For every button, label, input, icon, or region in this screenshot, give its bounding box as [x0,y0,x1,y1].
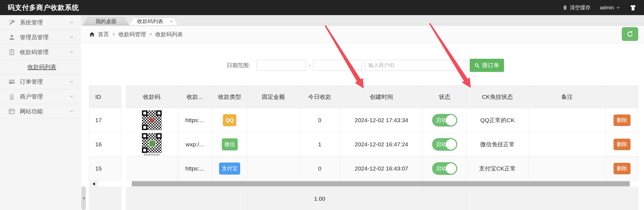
cell-created: 2024-12-02 16:43:07 [340,156,423,181]
summary-fixed-amount [248,187,299,210]
status-toggle[interactable]: 启动 [432,138,457,151]
sidebar-collapse-handle[interactable] [81,186,86,210]
merchant-id-input[interactable] [365,60,466,71]
frozen-column-gap [121,108,126,132]
column-header-status[interactable]: 状态 [423,85,467,108]
breadcrumb-qrcode-list: 收款码列表 [155,31,183,38]
clear-cache-button[interactable]: 清空缓存 [562,4,590,11]
column-header-fixed-amount[interactable]: 固定金额 [248,85,299,108]
sidebar-item-website[interactable]: 网站功能 [0,104,81,119]
chevron-down-icon [69,35,74,40]
column-header-remark[interactable]: 备注 [528,85,606,108]
column-header-url[interactable]: 收款... [178,85,212,108]
cell-id: 16 [89,132,121,156]
cell-actions: 删除 [606,108,638,132]
delete-button[interactable]: 删除 [614,114,631,126]
cell-ck-status: 支付宝CK正常 [467,156,528,181]
column-header-id[interactable]: ID [89,85,121,108]
search-order-button[interactable]: 搜订单 [470,59,504,72]
clear-cache-label: 清空缓存 [570,4,590,11]
summary-ck-status [467,187,528,210]
frozen-column-gap [121,85,126,108]
frozen-column-gap [121,187,126,210]
column-header-type[interactable]: 收款类型 [212,85,248,108]
frozen-column-gap [121,132,126,156]
home-icon [89,32,95,37]
toggle-knob [446,139,456,150]
qr-code-image[interactable] [142,133,162,153]
type-badge-wechat: 微信 [222,138,238,150]
tools-icon [8,19,15,26]
refresh-icon [626,30,634,38]
sidebar-item-label: 商户管理 [20,93,43,100]
toggle-label: 启动 [436,162,447,175]
cell-url: wxp:/... [178,132,212,156]
refresh-button[interactable] [622,27,638,41]
toggle-label: 启动 [436,114,447,127]
sidebar-item-orders[interactable]: 订单管理 [0,74,81,89]
summary-created [340,187,423,210]
tab-my-desktop[interactable]: 我的桌面 [83,17,129,26]
credit-card-icon [8,78,15,85]
cell-status: 启动 [423,156,467,181]
chevron-left-icon [82,197,85,200]
column-header-created[interactable]: 创建时间 [340,85,423,108]
user-icon [8,34,15,41]
frozen-column-gap [121,156,126,181]
cell-fixed-amount [248,108,299,132]
sidebar-item-label: 收款码管理 [20,48,49,56]
payment-admin-app: 码支付多商户收款系统 清空缓存 admin [0,0,644,210]
qr-code-image[interactable] [142,110,162,130]
chevron-down-icon [69,94,74,99]
date-end-input[interactable] [313,60,362,71]
sidebar-item-label: 系统管理 [20,19,43,26]
sidebar-menu: 系统管理 管理员管理 [0,15,81,119]
sidebar-item-merchants[interactable]: 商户管理 [0,89,81,104]
chevron-down-icon [69,79,74,84]
sidebar-item-system[interactable]: 系统管理 [0,15,81,30]
sidebar-item-qrcode-list[interactable]: 收款码列表 [0,60,81,74]
type-badge-qq: QQ [223,114,237,126]
breadcrumb-qrcode-manage[interactable]: 收款码管理 [119,31,146,38]
breadcrumb-home[interactable]: 首页 [98,31,109,38]
cell-created: 2024-12-02 16:47:24 [340,132,423,156]
cell-url: https:... [178,108,212,132]
column-header-ck-status[interactable]: CK免挂状态 [467,85,528,108]
user-menu[interactable]: admin [600,5,620,11]
date-start-input[interactable] [257,60,306,71]
column-header-qrcode[interactable]: 收款码 [126,85,178,108]
scrollbar-thumb[interactable] [132,181,630,186]
type-badge-alipay: 支付宝 [219,163,240,175]
summary-type [212,187,248,210]
toggle-knob [446,163,456,174]
status-toggle[interactable]: 启动 [432,162,457,175]
sidebar-item-admins[interactable]: 管理员管理 [0,30,81,45]
delete-button[interactable]: 删除 [614,163,631,174]
summary-qrcode [126,187,178,210]
sidebar-item-qrcodes[interactable]: 收款码管理 [0,45,81,60]
cell-status: 启动 [423,132,467,156]
app-title: 码支付多商户收款系统 [8,3,79,12]
search-button-label: 搜订单 [482,61,499,69]
cell-fixed-amount [248,132,299,156]
cell-today: 1 [299,132,340,156]
cell-today: 0 [299,108,340,132]
theme-button[interactable] [630,5,636,11]
close-icon[interactable]: × [170,17,173,26]
breadcrumb-bar: 首页 > 收款码管理 > 收款码列表 [81,26,644,43]
cell-qrcode [126,132,178,156]
cell-remark [528,132,606,156]
summary-actions [606,187,638,210]
sidebar-subitem-label: 收款码列表 [27,63,56,71]
sidebar-item-label: 网站功能 [20,108,43,115]
search-toolbar: 日期范围: - 搜订单 [227,59,504,72]
status-toggle[interactable]: 启动 [432,114,457,127]
sidebar-item-label: 订单管理 [20,78,43,86]
delete-button[interactable]: 删除 [614,139,631,150]
chevron-down-icon [69,109,74,114]
scroll-left-button[interactable] [89,181,99,187]
tab-qrcode-list[interactable]: 收款码列表 × [129,17,178,26]
column-header-today[interactable]: 今日收款 [299,85,340,108]
scroll-left-arrow-icon [93,182,95,186]
sidebar-item-label: 管理员管理 [20,33,49,41]
